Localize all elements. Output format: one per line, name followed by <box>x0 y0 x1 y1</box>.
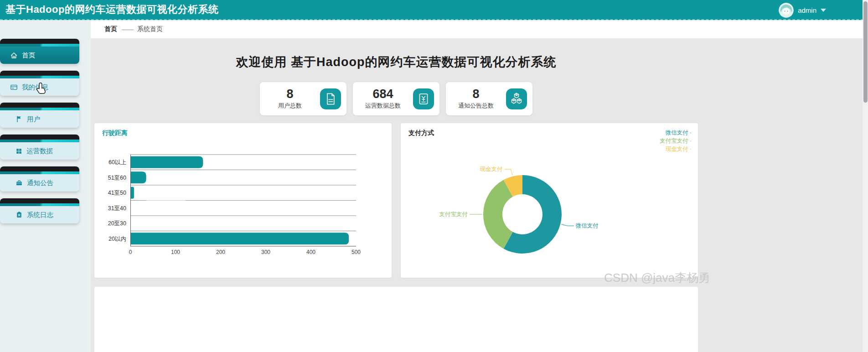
pie-slice-label: 微信支付 <box>575 223 599 229</box>
bar-category-label: 51至60 <box>108 175 126 181</box>
stat-label: 用户总数 <box>278 102 302 110</box>
legend-item-alipay[interactable]: 支付宝支付· <box>660 137 692 145</box>
bar-category-label: 20以内 <box>108 236 126 242</box>
stat-value: 8 <box>472 88 479 100</box>
x-axis-tick: 100 <box>171 249 180 255</box>
menu-item-cap <box>0 166 79 171</box>
bar-category-label: 60以上 <box>108 159 126 166</box>
legend-item-cash[interactable]: 现金支付· <box>660 145 692 153</box>
bottom-panel <box>94 287 698 352</box>
breadcrumb: 首页 —— 系统首页 <box>91 20 863 38</box>
x-axis-tick: 400 <box>306 249 315 255</box>
stats-row: 8用户总数684运营数据总数8通知公告总数 <box>94 82 698 115</box>
bar-segment[interactable] <box>131 233 349 244</box>
username-label: admin <box>798 6 816 14</box>
page-scrollbar <box>863 0 868 352</box>
app-title: 基于Hadoop的网约车运营数据可视化分析系统 <box>0 3 218 16</box>
charts-row: 行驶距离 60以上51至6041至5031至4020至3020以内0100200… <box>94 123 698 278</box>
scrollbar-thumb[interactable] <box>863 1 868 103</box>
stat-label: 运营数据总数 <box>365 102 401 110</box>
pie-chart-card: 支付方式 微信支付支付宝支付现金支付 微信支付·支付宝支付·现金支付· <box>401 123 698 278</box>
sidebar-item-notices[interactable]: 通知公告 <box>0 166 79 192</box>
bar-category-label: 31至40 <box>108 205 126 212</box>
log-icon <box>16 211 23 218</box>
bar-category-label: 41至50 <box>108 190 126 196</box>
flag-icon <box>16 115 23 123</box>
bar-segment[interactable] <box>131 187 134 199</box>
breadcrumb-home-link[interactable]: 首页 <box>104 25 117 33</box>
bar-segment[interactable] <box>131 156 203 168</box>
cubes-icon <box>506 88 527 109</box>
pie-slice-label: 支付宝支付 <box>439 211 468 217</box>
menu-item-cap <box>0 198 79 203</box>
menu-item-cap <box>0 103 79 108</box>
legend-label: 现金支付 <box>666 146 688 152</box>
sidebar-item-label: 通知公告 <box>27 179 53 187</box>
avatar[interactable] <box>779 3 794 18</box>
stat-label: 通知公告总数 <box>458 102 494 110</box>
bar-chart-card: 行驶距离 60以上51至6041至5031至4020至3020以内0100200… <box>94 123 392 278</box>
bar-segment[interactable] <box>131 171 146 183</box>
csdn-watermark: CSDN @java李杨勇 <box>604 270 710 286</box>
breadcrumb-separator: —— <box>122 26 133 33</box>
mouse-cursor-hand <box>35 82 48 98</box>
x-axis-tick: 300 <box>261 249 270 255</box>
user-dropdown[interactable]: admin <box>779 0 826 20</box>
x-axis-tick: 500 <box>351 249 361 255</box>
bar-chart[interactable]: 60以上51至6041至5031至4020至3020以内010020030040… <box>94 123 392 278</box>
sidebar-item-label: 首页 <box>22 51 35 60</box>
sidebar-item-system-logs[interactable]: 系统日志 <box>0 198 79 223</box>
pie-legend: 微信支付·支付宝支付·现金支付· <box>660 129 692 153</box>
ghost-tooltip <box>146 186 186 201</box>
briefcase-icon <box>16 179 23 186</box>
stat-card: 8通知公告总数 <box>446 82 532 115</box>
sidebar-item-label: 系统日志 <box>27 211 53 219</box>
invoice-icon <box>413 88 434 109</box>
main-area: 首页 —— 系统首页 欢迎使用 基于Hadoop的网约车运营数据可视化分析系统 … <box>91 20 863 352</box>
grid-icon <box>16 148 22 155</box>
sidebar-item-users[interactable]: 用户 <box>0 103 79 128</box>
x-axis-tick: 200 <box>216 249 225 255</box>
legend-label: 支付宝支付 <box>660 138 688 144</box>
stat-card: 684运营数据总数 <box>353 82 439 115</box>
pie-label-line <box>561 224 574 226</box>
document-icon <box>320 88 341 109</box>
pie-slice-label: 现金支付 <box>480 166 503 172</box>
stat-card: 8用户总数 <box>260 82 346 115</box>
page-title: 欢迎使用 基于Hadoop的网约车运营数据可视化分析系统 <box>94 54 698 70</box>
legend-marker: · <box>690 138 692 144</box>
legend-marker: · <box>690 146 692 152</box>
breadcrumb-current: 系统首页 <box>137 25 163 33</box>
stat-value: 8 <box>286 88 293 100</box>
x-axis-tick: 0 <box>129 249 132 255</box>
pie-label-line <box>505 169 513 176</box>
top-header-bar: 基于Hadoop的网约车运营数据可视化分析系统 admin <box>0 0 868 20</box>
bar-category-label: 20至30 <box>108 220 126 227</box>
sidebar-item-label: 用户 <box>27 115 40 124</box>
sidebar-item-home[interactable]: 首页 <box>0 39 79 64</box>
legend-item-wechat[interactable]: 微信支付· <box>660 129 692 137</box>
sidebar-item-operations-data[interactable]: 运营数据 <box>0 135 79 160</box>
home-icon <box>10 52 18 59</box>
stat-value: 684 <box>372 88 393 100</box>
pie-slice-alipay[interactable] <box>483 180 513 249</box>
chevron-down-icon <box>821 9 826 12</box>
sidebar-item-label: 运营数据 <box>26 147 53 155</box>
menu-item-cap <box>0 135 79 140</box>
menu-item-cap <box>0 39 79 44</box>
menu-item-cap <box>0 71 79 76</box>
donut-chart[interactable]: 微信支付支付宝支付现金支付 <box>401 123 698 278</box>
sidebar: 首页我的信息用户运营数据通知公告系统日志 <box>0 20 91 352</box>
id-card-icon <box>10 83 18 91</box>
legend-label: 微信支付 <box>666 129 688 136</box>
legend-marker: · <box>690 129 692 136</box>
